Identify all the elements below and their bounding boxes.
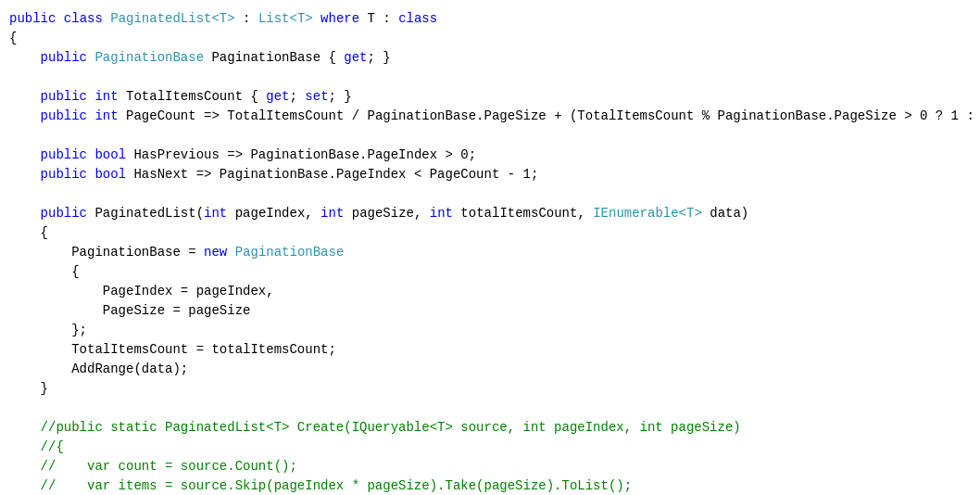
line-content	[9, 184, 961, 204]
code-line: {	[0, 29, 980, 48]
code-line: TotalItemsCount = totalItemsCount;	[0, 340, 980, 360]
code-line	[0, 399, 980, 418]
ident-token: }	[9, 381, 48, 396]
ident-token: pageIndex,	[227, 206, 320, 221]
code-line: public int TotalItemsCount { get; set; }	[0, 87, 980, 107]
line-content: // var items = source.Skip(pageIndex * p…	[9, 476, 961, 495]
ident-token	[9, 89, 41, 104]
code-line: {	[0, 262, 980, 282]
kw-token: public	[41, 50, 87, 65]
line-content: // var count = source.Count();	[9, 457, 961, 476]
line-content: PageIndex = pageIndex,	[9, 282, 961, 301]
line-content: PaginationBase = new PaginationBase	[9, 243, 961, 262]
ident-token: {	[9, 225, 48, 240]
ident-token: TotalItemsCount = totalItemsCount;	[9, 342, 336, 357]
code-editor: public class PaginatedList<T> : List<T> …	[0, 0, 980, 495]
code-line: PageSize = pageSize	[0, 301, 980, 321]
line-content	[9, 126, 961, 146]
code-line: // var items = source.Skip(pageIndex * p…	[0, 476, 980, 495]
kw-token: public	[41, 147, 87, 162]
ident-token: totalItemsCount,	[453, 206, 593, 221]
ident-token: PaginatedList(	[87, 206, 204, 221]
kw-token: bool	[94, 147, 126, 162]
ident-token: pageSize,	[344, 206, 429, 221]
line-content	[9, 399, 961, 418]
kw-token: public	[9, 11, 56, 26]
line-content: public PaginatedList(int pageIndex, int …	[9, 204, 961, 223]
line-content: public PaginationBase PaginationBase { g…	[9, 48, 961, 68]
kw-token: public	[41, 167, 87, 182]
code-line: public int PageCount => TotalItemsCount …	[0, 107, 980, 126]
line-content: {	[9, 262, 961, 282]
ident-token: data)	[702, 206, 748, 221]
kw-token: get	[344, 50, 367, 65]
ident-token	[313, 11, 320, 26]
ident-token: TotalItemsCount {	[119, 89, 267, 104]
kw-token: int	[94, 108, 118, 123]
line-content	[9, 68, 961, 87]
kw-token: int	[320, 206, 344, 221]
line-content: TotalItemsCount = totalItemsCount;	[9, 340, 961, 360]
ident-token: PageIndex = pageIndex,	[9, 284, 274, 298]
kw-token: public	[41, 206, 87, 221]
ident-token: :	[235, 11, 258, 26]
ident-token	[9, 206, 41, 221]
ident-token: HasNext => PaginationBase.PageIndex < Pa…	[126, 167, 538, 182]
type-token: PaginationBase	[94, 50, 204, 65]
line-content: {	[9, 29, 961, 48]
code-line: public PaginatedList(int pageIndex, int …	[0, 204, 980, 223]
line-content: };	[9, 321, 961, 340]
code-line: //{	[0, 438, 980, 457]
ident-token	[9, 167, 41, 182]
ident-token	[56, 11, 63, 26]
ident-token: ; }	[368, 50, 391, 65]
type-token: PaginationBase	[235, 245, 345, 260]
ident-token	[103, 11, 110, 26]
code-line: }	[0, 379, 980, 399]
code-line: //public static PaginatedList<T> Create(…	[0, 418, 980, 438]
kw-token: set	[305, 89, 328, 104]
ident-token: ; }	[329, 89, 352, 104]
code-line: public class PaginatedList<T> : List<T> …	[0, 9, 980, 29]
line-content: //public static PaginatedList<T> Create(…	[9, 418, 961, 438]
code-line: public bool HasNext => PaginationBase.Pa…	[0, 165, 980, 184]
line-content: public int TotalItemsCount { get; set; }	[9, 87, 961, 107]
code-line	[0, 184, 980, 204]
ident-token	[9, 108, 41, 123]
kw-token: bool	[94, 167, 126, 182]
ident-token: {	[9, 264, 80, 279]
type-token: PaginatedList<T>	[110, 11, 234, 26]
kw-token: int	[204, 206, 227, 221]
kw-token: new	[204, 245, 227, 260]
code-line	[0, 126, 980, 146]
ident-token	[9, 50, 41, 65]
line-content: public class PaginatedList<T> : List<T> …	[9, 9, 961, 29]
line-content: AddRange(data);	[9, 360, 961, 379]
kw-token: public	[41, 108, 87, 123]
ident-token	[9, 147, 41, 162]
ident-token: PageSize = pageSize	[9, 303, 250, 318]
kw-token: class	[64, 11, 103, 26]
code-line: public bool HasPrevious => PaginationBas…	[0, 146, 980, 165]
ident-token: {	[9, 31, 17, 45]
ident-token: PageCount => TotalItemsCount / Paginatio…	[119, 108, 980, 123]
type-token: IEnumerable<T>	[593, 206, 702, 221]
code-line: AddRange(data);	[0, 360, 980, 379]
kw-token: public	[41, 89, 87, 104]
code-line: PageIndex = pageIndex,	[0, 282, 980, 301]
line-content: public bool HasNext => PaginationBase.Pa…	[9, 165, 961, 184]
ident-token: };	[9, 323, 87, 337]
kw-token: get	[266, 89, 289, 104]
ident-token: PaginationBase =	[9, 245, 204, 260]
code-line: };	[0, 321, 980, 340]
ident-token	[227, 245, 234, 260]
comment-token: //public static PaginatedList<T> Create(…	[9, 420, 741, 435]
line-content: //{	[9, 438, 961, 457]
type-token: List<T>	[258, 11, 313, 26]
kw-token: where	[320, 11, 359, 26]
ident-token: PaginationBase {	[204, 50, 344, 65]
code-line	[0, 68, 980, 87]
kw-token: int	[94, 89, 118, 104]
line-content: {	[9, 223, 961, 243]
code-content: public class PaginatedList<T> : List<T> …	[0, 9, 980, 495]
